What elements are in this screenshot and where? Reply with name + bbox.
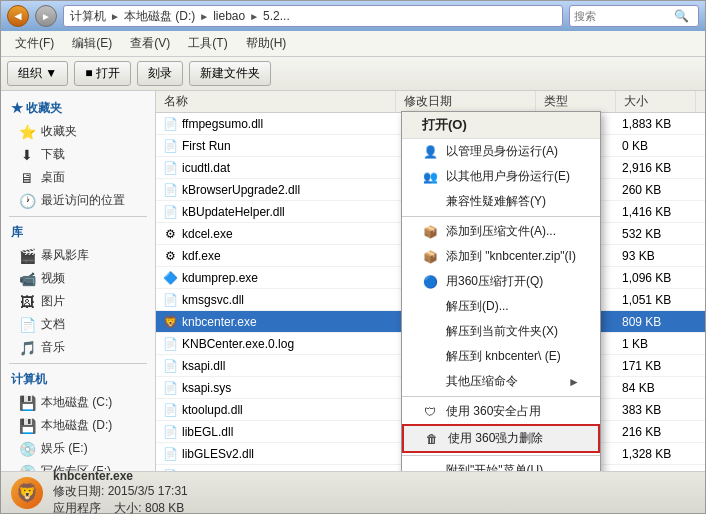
file-name-text: kmsgsvc.dll (182, 293, 244, 307)
file-name-text: kdcel.exe (182, 227, 233, 241)
menu-tools[interactable]: 工具(T) (180, 33, 235, 54)
sidebar-item-pictures[interactable]: 🖼 图片 (1, 290, 155, 313)
file-size-cell: 1,883 KB (616, 117, 696, 131)
file-icon: 📄 (162, 182, 178, 198)
forward-button[interactable]: ► (35, 5, 57, 27)
drive-e-icon: 💿 (19, 441, 35, 457)
storms-icon: 🎬 (19, 248, 35, 264)
ctx-extract-knb[interactable]: 解压到 knbcenter\ (E) (402, 344, 600, 369)
sidebar-item-video[interactable]: 📹 视频 (1, 267, 155, 290)
search-input[interactable] (574, 10, 674, 22)
col-header-type[interactable]: 类型 (536, 91, 616, 112)
menu-file[interactable]: 文件(F) (7, 33, 62, 54)
favorites-section: ★ 收藏夹 ⭐ 收藏夹 ⬇ 下载 🖥 桌面 🕐 最近访问的位置 (1, 97, 155, 212)
sidebar-item-storms[interactable]: 🎬 暴风影库 (1, 244, 155, 267)
file-icon: 📄 (162, 336, 178, 352)
ctx-360del-label: 使用 360强力删除 (448, 430, 543, 447)
menu-view[interactable]: 查看(V) (122, 33, 178, 54)
sidebar-label-recent: 最近访问的位置 (41, 192, 125, 209)
sidebar-item-music[interactable]: 🎵 音乐 (1, 336, 155, 359)
status-type-size: 应用程序 大小: 808 KB (53, 500, 188, 515)
sidebar-item-desktop[interactable]: 🖥 桌面 (1, 166, 155, 189)
sidebar-item-e[interactable]: 💿 娱乐 (E:) (1, 437, 155, 460)
toolbar: 组织 ▼ ■ 打开 刻录 新建文件夹 (1, 57, 705, 91)
ctx-run-admin-label: 以管理员身份运行(A) (446, 143, 558, 160)
breadcrumb[interactable]: 计算机 ► 本地磁盘 (D:) ► liebao ► 5.2... (63, 5, 563, 27)
drive-f-icon: 💿 (19, 464, 35, 472)
file-name-cell: 🦁 knbcenter.exe (156, 314, 396, 330)
ctx-extract-here[interactable]: 解压到当前文件夹(X) (402, 319, 600, 344)
ctx-360safe-icon: 🛡 (422, 404, 438, 420)
sidebar-label-favorites: 收藏夹 (41, 123, 77, 140)
file-icon: 📄 (162, 116, 178, 132)
sidebar-item-recent[interactable]: 🕐 最近访问的位置 (1, 189, 155, 212)
file-name-cell: 📄 KNBCenter.exe.0.log (156, 336, 396, 352)
context-menu[interactable]: 打开(O) 👤 以管理员身份运行(A) 👥 以其他用户身份运行(E) 兼容性疑难… (401, 111, 601, 471)
status-info: knbcenter.exe 修改日期: 2015/3/5 17:31 应用程序 … (53, 469, 188, 515)
computer-title: 计算机 (1, 368, 155, 391)
file-name-text: liebao.dll (182, 469, 229, 472)
file-name-cell: 📄 kBrowserUpgrade2.dll (156, 182, 396, 198)
file-name-text: libEGL.dll (182, 425, 233, 439)
ctx-run-admin[interactable]: 👤 以管理员身份运行(A) (402, 139, 600, 164)
docs-icon: 📄 (19, 317, 35, 333)
file-name-cell: 📄 ksapi.dll (156, 358, 396, 374)
video-icon: 📹 (19, 271, 35, 287)
ctx-extract-to[interactable]: 解压到(D)... (402, 294, 600, 319)
col-header-name[interactable]: 名称 (156, 91, 396, 112)
music-icon: 🎵 (19, 340, 35, 356)
favorites-icon: ⭐ (19, 124, 35, 140)
menu-help[interactable]: 帮助(H) (238, 33, 295, 54)
ctx-run-other[interactable]: 👥 以其他用户身份运行(E) (402, 164, 600, 189)
sidebar-item-docs[interactable]: 📄 文档 (1, 313, 155, 336)
breadcrumb-part2: 本地磁盘 (D:) (124, 8, 195, 25)
ctx-360-delete[interactable]: 🗑 使用 360强力删除 (402, 424, 600, 453)
organize-button[interactable]: 组织 ▼ (7, 61, 68, 86)
ctx-add-archive[interactable]: 📦 添加到压缩文件(A)... (402, 219, 600, 244)
file-name-text: kdf.exe (182, 249, 221, 263)
col-header-size[interactable]: 大小 (616, 91, 696, 112)
back-button[interactable]: ◄ (7, 5, 29, 27)
sidebar-item-c[interactable]: 💾 本地磁盘 (C:) (1, 391, 155, 414)
file-icon: 📄 (162, 138, 178, 154)
file-icon: 📄 (162, 446, 178, 462)
file-icon: ⚙ (162, 248, 178, 264)
search-box[interactable]: 🔍 (569, 5, 699, 27)
new-folder-button[interactable]: 新建文件夹 (189, 61, 271, 86)
col-header-date[interactable]: 修改日期 (396, 91, 536, 112)
ctx-extract-here-icon (422, 324, 438, 340)
open-button[interactable]: ■ 打开 (74, 61, 131, 86)
menu-edit[interactable]: 编辑(E) (64, 33, 120, 54)
file-icon: 📄 (162, 424, 178, 440)
ctx-360-open[interactable]: 🔵 用360压缩打开(Q) (402, 269, 600, 294)
ctx-add-zip[interactable]: 📦 添加到 "knbcenter.zip"(I) (402, 244, 600, 269)
breadcrumb-sep3: ► (249, 11, 259, 22)
ctx-header[interactable]: 打开(O) (402, 112, 600, 139)
ctx-more-compress-label: 其他压缩命令 (446, 373, 518, 390)
record-button[interactable]: 刻录 (137, 61, 183, 86)
file-name-text: ksapi.dll (182, 359, 225, 373)
file-name-cell: 📄 ktoolupd.dll (156, 402, 396, 418)
status-size: 大小: 808 KB (114, 501, 184, 515)
ctx-more-compress[interactable]: 其他压缩命令 ► (402, 369, 600, 394)
ctx-extract-label: 解压到(D)... (446, 298, 509, 315)
file-name-cell: 📄 libEGL.dll (156, 424, 396, 440)
ctx-compat-icon (422, 194, 438, 210)
ctx-sep2 (402, 396, 600, 397)
content-area: ★ 收藏夹 ⭐ 收藏夹 ⬇ 下载 🖥 桌面 🕐 最近访问的位置 (1, 91, 705, 471)
ctx-360-safe[interactable]: 🛡 使用 360安全占用 (402, 399, 600, 424)
sidebar-item-d[interactable]: 💾 本地磁盘 (D:) (1, 414, 155, 437)
file-explorer-window: ◄ ► 计算机 ► 本地磁盘 (D:) ► liebao ► 5.2... 🔍 … (0, 0, 706, 514)
file-name-cell: 📄 liebao.dll (156, 468, 396, 472)
ctx-pin-start[interactable]: 附到"开始"菜单(U) (402, 458, 600, 471)
sidebar-item-downloads[interactable]: ⬇ 下载 (1, 143, 155, 166)
sidebar-item-favorites[interactable]: ⭐ 收藏夹 (1, 120, 155, 143)
file-size-cell: 1,051 KB (616, 293, 696, 307)
favorites-title: ★ 收藏夹 (1, 97, 155, 120)
ctx-compress-icon (422, 374, 438, 390)
file-name-text: libGLESv2.dll (182, 447, 254, 461)
ctx-compat[interactable]: 兼容性疑难解答(Y) (402, 189, 600, 214)
file-name-text: First Run (182, 139, 231, 153)
breadcrumb-part1: 计算机 (70, 8, 106, 25)
file-icon: 📄 (162, 160, 178, 176)
